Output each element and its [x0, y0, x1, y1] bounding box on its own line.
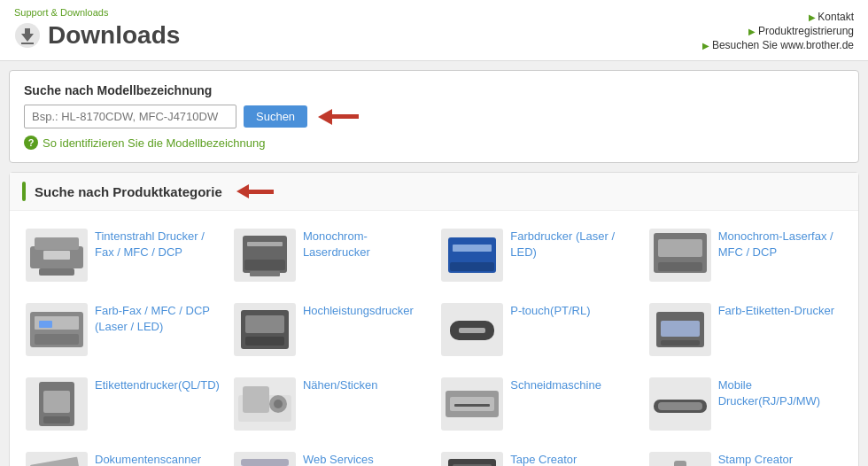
product-link[interactable]: Farb-Fax / MFC / DCP (Laser / LED) [95, 303, 220, 335]
product-item: Farbdrucker (Laser / LED) [434, 220, 641, 291]
product-image [26, 377, 88, 431]
category-header: Suche nach Produktkategorie [10, 173, 858, 211]
product-grid: Tintenstrahl Drucker / Fax / MFC / DCP M… [10, 211, 858, 466]
product-item: Tintenstrahl Drucker / Fax / MFC / DCP [19, 220, 227, 291]
svg-rect-25 [459, 328, 485, 333]
product-link[interactable]: P-touch(PT/RL) [510, 303, 590, 319]
category-section: Suche nach Produktkategorie Tintenstrahl… [9, 172, 859, 466]
product-image [26, 303, 88, 356]
product-image [234, 303, 296, 356]
svg-rect-15 [658, 239, 702, 257]
identify-link: ? So identifizieren Sie die Modellbezeic… [24, 136, 844, 150]
product-item: Web Services [227, 443, 434, 466]
product-link[interactable]: Dokumentenscanner [95, 452, 201, 466]
svg-rect-8 [247, 242, 283, 246]
svg-rect-6 [43, 251, 70, 260]
product-link[interactable]: Nähen/Sticken [303, 377, 378, 393]
product-link[interactable]: Hochleistungsdrucker [303, 303, 414, 319]
svg-rect-27 [661, 321, 700, 337]
product-item: Farb-Etiketten-Drucker [642, 294, 849, 365]
product-item: Farb-Fax / MFC / DCP (Laser / LED) [19, 294, 227, 365]
product-link[interactable]: Etikettendrucker(QL/TD) [95, 377, 220, 393]
svg-rect-16 [658, 262, 702, 271]
svg-rect-4 [35, 237, 79, 250]
product-image [649, 452, 711, 466]
product-item: Etikettendrucker(QL/TD) [19, 369, 227, 439]
svg-rect-30 [43, 391, 70, 413]
product-item: Dokumentenscanner [19, 443, 227, 466]
product-link[interactable]: Mobile Drucker(RJ/PJ/MW) [718, 377, 842, 409]
download-icon [14, 22, 41, 49]
svg-rect-20 [39, 321, 52, 328]
product-link[interactable]: Web Services [303, 452, 374, 466]
svg-rect-13 [450, 262, 494, 271]
search-input[interactable] [24, 105, 236, 128]
product-item: Monochrom-Laserfax / MFC / DCP [642, 220, 849, 291]
product-image [234, 229, 296, 282]
svg-point-35 [274, 400, 283, 408]
svg-rect-45 [241, 459, 289, 466]
svg-rect-22 [245, 315, 284, 333]
product-item: Schneidmaschine [434, 369, 641, 439]
help-icon: ? [24, 136, 38, 150]
search-row: Suchen [24, 105, 844, 128]
svg-rect-33 [243, 386, 269, 413]
product-image [649, 229, 711, 282]
product-image [234, 452, 296, 466]
product-image [441, 452, 503, 466]
product-image [441, 377, 503, 431]
svg-rect-40 [658, 402, 702, 410]
breadcrumb: Support & Downloads [14, 7, 180, 18]
category-header-bar [22, 182, 26, 201]
category-title: Suche nach Produktkategorie [35, 184, 222, 199]
svg-rect-31 [43, 416, 70, 423]
category-arrow [236, 184, 274, 198]
svg-rect-42 [30, 457, 81, 466]
product-image [649, 377, 711, 431]
registration-link[interactable]: Produktregistrierung [702, 25, 854, 37]
product-item: Stamp Creator [642, 443, 849, 466]
product-link[interactable]: Tape Creator [510, 452, 577, 466]
svg-rect-38 [454, 404, 490, 407]
product-link[interactable]: Stamp Creator [718, 452, 794, 466]
top-links: Kontakt Produktregistrierung Besuchen Si… [702, 11, 854, 53]
product-link[interactable]: Monochrom-Laserdrucker [303, 229, 427, 260]
svg-rect-5 [39, 268, 74, 276]
product-link[interactable]: Farbdrucker (Laser / LED) [510, 229, 634, 260]
page-title: Downloads [14, 21, 180, 50]
product-item: Tape Creator [434, 443, 641, 466]
svg-rect-19 [35, 334, 79, 345]
svg-rect-12 [453, 245, 492, 252]
search-label: Suche nach Modellbezeichnung [24, 83, 844, 97]
product-item: Mobile Drucker(RJ/PJ/MW) [642, 369, 849, 439]
svg-rect-2 [21, 43, 34, 44]
product-image [649, 303, 711, 356]
website-link[interactable]: Besuchen Sie www.brother.de [702, 39, 854, 51]
svg-rect-56 [674, 461, 686, 466]
product-image [26, 452, 88, 466]
svg-rect-10 [250, 271, 280, 276]
product-link[interactable]: Schneidmaschine [510, 377, 601, 393]
product-link[interactable]: Tintenstrahl Drucker / Fax / MFC / DCP [95, 229, 220, 260]
product-link[interactable]: Monochrom-Laserfax / MFC / DCP [718, 229, 842, 260]
product-item: Hochleistungsdrucker [227, 294, 434, 365]
product-item: Monochrom-Laserdrucker [227, 220, 434, 291]
product-link[interactable]: Farb-Etiketten-Drucker [718, 303, 834, 319]
product-item: P-touch(PT/RL) [434, 294, 641, 365]
product-item: Nähen/Sticken [227, 369, 434, 439]
product-image [441, 303, 503, 356]
svg-rect-23 [245, 337, 284, 346]
search-button[interactable]: Suchen [244, 105, 307, 128]
product-image [234, 377, 296, 431]
svg-rect-9 [244, 260, 285, 270]
kontakt-link[interactable]: Kontakt [702, 11, 854, 23]
search-box: Suche nach Modellbezeichnung Suchen ? So… [9, 70, 859, 163]
product-image [441, 229, 503, 282]
identify-model-link[interactable]: So identifizieren Sie die Modellbezeichn… [43, 136, 266, 150]
svg-rect-28 [661, 340, 700, 346]
product-image [26, 229, 88, 282]
top-bar: Support & Downloads Downloads Kontakt Pr… [0, 0, 868, 61]
search-arrow-indicator [318, 109, 359, 125]
